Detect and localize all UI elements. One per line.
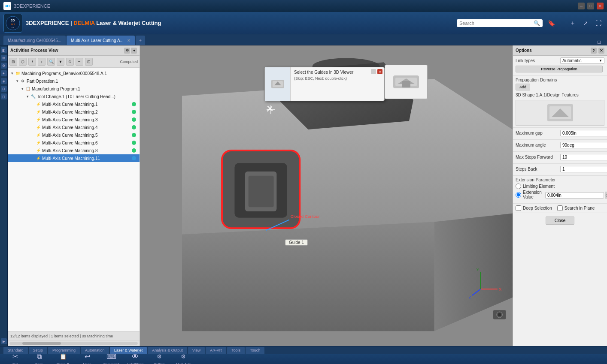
tab-close-icon[interactable]: ✕ — [127, 38, 131, 43]
tree-item-machining-3[interactable]: ⚡ Multi-Axis Curve Machining.3 — [8, 116, 140, 123]
panel-collapse-button[interactable]: ◂ — [131, 48, 137, 54]
multi-axis-button[interactable]: ⚙ Multi-Axis — [172, 349, 195, 364]
limiting-element-radio[interactable] — [516, 184, 521, 189]
panel-expand-button[interactable]: ⊡ — [85, 58, 93, 66]
sidebar-icon-6[interactable]: ⊡ — [1, 86, 7, 92]
panel-tool-3[interactable]: ⋮ — [28, 58, 36, 66]
tree-expand-m11[interactable] — [30, 156, 35, 161]
tab-ar-vr[interactable]: AR-VR — [206, 347, 226, 354]
panel-tool-4[interactable]: ↕ — [38, 58, 46, 66]
tree-item-machining-5[interactable]: ⚡ Multi-Axis Curve Machining.5 — [8, 131, 140, 139]
panel-more-button[interactable]: ⋯ — [76, 58, 83, 66]
expand-viewport-icon[interactable]: ⊡ — [595, 39, 604, 45]
panel-filter-button[interactable]: ▼ — [57, 58, 64, 66]
svg-line-13 — [266, 220, 289, 230]
options-help-button[interactable]: ? — [591, 48, 597, 54]
ext-val-increment[interactable]: ▲ — [605, 192, 607, 195]
dialog-close-button[interactable]: ✕ — [377, 69, 382, 74]
add-domain-button[interactable]: Add — [516, 84, 530, 90]
tree-item-part-op[interactable]: ▾ ⚙ Part Operation.1 — [8, 77, 140, 85]
close-options-button[interactable]: Close — [546, 217, 575, 225]
cutting-button[interactable]: ⚙ Cutting — [148, 349, 171, 364]
tree-expand-part-op[interactable]: ▾ — [15, 78, 20, 84]
svg-marker-5 — [182, 222, 434, 331]
tree-item-machining-4[interactable]: ⚡ Multi-Axis Curve Machining.4 — [8, 123, 140, 131]
tree-status-m1 — [132, 102, 136, 106]
tree-icon-m4: ⚡ — [35, 124, 41, 130]
sidebar-icon-1[interactable]: ◧ — [1, 47, 7, 53]
tree-expand-m1[interactable] — [30, 102, 35, 107]
undo-button[interactable]: ↩ Undo — [76, 349, 99, 364]
tree-expand-root[interactable]: ▾ — [9, 71, 15, 76]
tree-icon-m5: ⚡ — [35, 132, 41, 138]
dialog-settings-button[interactable]: ⚙ — [371, 69, 376, 74]
panel-tool-2[interactable]: ⬡ — [19, 58, 27, 66]
cut-button[interactable]: ✂ Cut — [3, 349, 27, 364]
link-types-dropdown-icon[interactable]: ▼ — [599, 59, 602, 63]
tab-tools[interactable]: Tools — [227, 347, 245, 354]
copy-button[interactable]: ⧉ Copy — [27, 349, 51, 364]
tab-manufacturing-cell[interactable]: Manufacturing Cell000545... — [3, 36, 66, 45]
add-tab-button[interactable]: ＋ — [568, 18, 578, 28]
sidebar-icon-4[interactable]: ✦ — [1, 70, 7, 76]
command-button[interactable]: ⌨ Command — [100, 349, 123, 364]
tree-item-machining-8[interactable]: ⚡ Multi-Axis Curve Machining.8 — [8, 147, 140, 154]
tree-item-mfg-prog[interactable]: ▾ 📋 Manufacturing Program.1 — [8, 85, 140, 93]
tree-expand-m2[interactable] — [30, 109, 35, 114]
tree-expand-m8[interactable] — [30, 148, 35, 153]
sidebar-icon-expand[interactable]: ▶ — [1, 338, 7, 344]
ext-val-decrement[interactable]: ▼ — [605, 195, 607, 199]
extension-value-input[interactable] — [545, 192, 604, 199]
extension-value-radio[interactable] — [516, 192, 521, 198]
share-icon[interactable]: ↗ — [580, 18, 591, 28]
tree-expand-m4[interactable] — [30, 125, 35, 130]
tree-label-m3: Multi-Axis Curve Machining.3 — [42, 117, 98, 122]
restore-button[interactable]: □ — [587, 3, 594, 9]
deep-selection-checkbox[interactable] — [516, 205, 521, 211]
steps-back-input[interactable] — [560, 166, 607, 172]
panel-view-button[interactable]: ⊙ — [66, 58, 74, 66]
propagation-domains-section: Propagation Domains Add 3D Shape 1.A.1\D… — [513, 76, 607, 128]
hide-show-button[interactable]: 👁 Hide/Show — [124, 349, 147, 364]
tree-expand-m5[interactable] — [30, 132, 35, 138]
sidebar-icon-5[interactable]: ◈ — [1, 78, 7, 84]
svg-rect-11 — [245, 171, 276, 211]
search-in-plane-checkbox[interactable] — [557, 205, 563, 211]
tree-item-machining-2[interactable]: ⚡ Multi-Axis Curve Machining.2 — [8, 108, 140, 116]
sidebar-icon-7[interactable]: ◻ — [1, 93, 7, 99]
tree-item-tool-change[interactable]: ▾ 🔧 Tool Change.1 (T0 Laser Cutting Head… — [8, 93, 140, 100]
tree-expand-m6[interactable] — [30, 140, 35, 145]
max-angle-input[interactable] — [560, 142, 607, 148]
bookmark-icon[interactable]: 🔖 — [546, 18, 556, 28]
tree-expand-tool-change[interactable]: ▾ — [25, 94, 30, 99]
minimize-button[interactable]: ─ — [578, 3, 585, 9]
panel-tool-1[interactable]: ⊞ — [9, 58, 17, 66]
paste-button[interactable]: 📋 Paste ▼ — [52, 349, 75, 364]
tree-label-root: Machining Programs_Behavior00005548.A.1 — [21, 71, 107, 76]
panel-search-button[interactable]: 🔍 — [47, 58, 55, 66]
tab-touch[interactable]: Touch — [246, 347, 264, 354]
panel-toolbar: ⊞ ⬡ ⋮ ↕ 🔍 ▼ ⊙ ⋯ ⊡ Computed — [8, 56, 140, 68]
reverse-propagation-button[interactable]: Reverse Propagation — [516, 66, 603, 72]
viewport[interactable]: Closed Contour X Y Z Guide 1 — [140, 45, 513, 346]
search-icon[interactable]: 🔍 — [534, 20, 540, 26]
link-types-select[interactable]: Automatic ▼ — [560, 57, 604, 64]
tree-expand-m3[interactable] — [30, 117, 35, 122]
add-tab-icon[interactable]: ＋ — [136, 36, 145, 45]
tree-item-machining-11[interactable]: ⚡ Multi-Axis Curve Machining.11 — [8, 154, 140, 162]
fullscreen-icon[interactable]: ⛶ — [593, 18, 604, 28]
svg-text:X: X — [499, 287, 502, 292]
max-steps-forward-input[interactable] — [560, 154, 607, 160]
max-gap-input[interactable] — [560, 130, 607, 136]
tab-multi-axis[interactable]: Multi-Axis Laser Cutting A... ✕ — [67, 36, 135, 45]
tree-expand-mfg-prog[interactable]: ▾ — [20, 86, 25, 91]
panel-settings-button[interactable]: ⚙ — [124, 48, 130, 54]
sidebar-icon-3[interactable]: ⚙ — [1, 63, 7, 69]
tree-item-machining-1[interactable]: ⚡ Multi-Axis Curve Machining.1 — [8, 100, 140, 108]
sidebar-icon-2[interactable]: ⊞ — [1, 55, 7, 61]
close-button[interactable]: ✕ — [597, 3, 604, 9]
tree-item-root[interactable]: ▾ 📁 Machining Programs_Behavior00005548.… — [8, 69, 140, 77]
tree-item-machining-6[interactable]: ⚡ Multi-Axis Curve Machining.6 — [8, 139, 140, 147]
options-close-button[interactable]: ✕ — [598, 48, 604, 54]
search-input[interactable] — [459, 21, 534, 26]
